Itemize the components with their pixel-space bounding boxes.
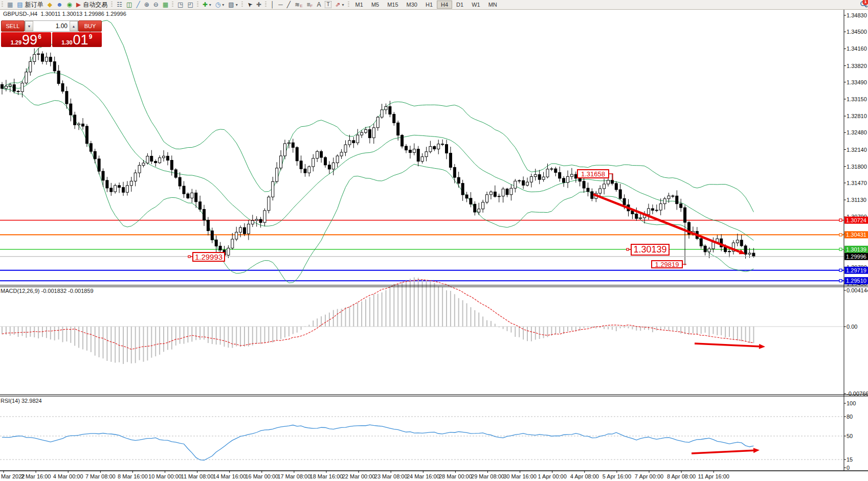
date-label: 7 Apr 00:00 xyxy=(635,473,663,479)
timeframe-m1[interactable]: M1 xyxy=(351,1,367,9)
svg-text:1.31800: 1.31800 xyxy=(847,164,867,170)
window-tile-icon[interactable]: ▦ xyxy=(5,1,15,9)
add-indicator-button[interactable]: ✚▾ xyxy=(201,1,213,9)
buy-price[interactable]: 1.30019 xyxy=(52,32,102,47)
horizontal-line-icon-glyph: ─ xyxy=(278,1,283,8)
timeframe-h1[interactable]: H1 xyxy=(421,1,437,9)
timeframe-m5[interactable]: M5 xyxy=(367,1,383,9)
toolbar-grip xyxy=(197,2,198,8)
svg-text:1.34160: 1.34160 xyxy=(847,45,867,52)
label-icon[interactable]: T xyxy=(323,1,333,9)
svg-text:100: 100 xyxy=(847,400,856,406)
one-click-trading-panel: SELL ▼ ▲ BUY 1.29996 1.30019 xyxy=(1,20,102,47)
line-chart-icon-glyph: ╱ xyxy=(136,1,140,8)
volume-increase-button[interactable]: ▲ xyxy=(70,21,78,31)
svg-text:1.33150: 1.33150 xyxy=(847,96,867,102)
new-order-glyph: ▤ xyxy=(17,1,23,8)
zoom-out-icon[interactable]: ⊖ xyxy=(151,1,161,9)
chart-canvas[interactable]: 1.348301.345001.341601.338201.334901.331… xyxy=(0,0,868,481)
svg-text:1.29510: 1.29510 xyxy=(846,278,866,284)
arrows-icon[interactable]: ⇗▾ xyxy=(333,1,346,9)
eraser-icon-glyph: ◆ xyxy=(48,1,52,8)
crosshair-icon-glyph: ✚ xyxy=(256,1,261,8)
volume-decrease-button[interactable]: ▼ xyxy=(25,21,33,31)
date-label: 4 Apr 08:00 xyxy=(570,473,599,479)
volume-input[interactable] xyxy=(33,21,70,31)
toolbar-grip xyxy=(172,2,173,8)
date-label: 2 Mar 16:00 xyxy=(21,473,51,479)
date-label: 11 Apr 16:00 xyxy=(698,473,729,479)
ohlc-values: 1.30011 1.30013 1.29986 1.29996 xyxy=(40,11,126,17)
svg-text:1.30724: 1.30724 xyxy=(846,217,866,223)
cursor-icon[interactable]: ➤ xyxy=(245,1,254,9)
periods-menu-button[interactable]: ◷▾ xyxy=(213,1,227,9)
svg-text:1.34830: 1.34830 xyxy=(847,12,867,18)
signal-icon-glyph: ◉ xyxy=(67,1,72,8)
date-label: 4 Mar 00:00 xyxy=(53,473,83,479)
zoom-in-icon-glyph: ⊕ xyxy=(144,1,149,8)
fibonacci-icon[interactable]: ≡F xyxy=(305,1,315,9)
date-label: 22 Mar 00:00 xyxy=(342,473,375,479)
date-label: 17 Mar 08:00 xyxy=(277,473,310,479)
sell-button[interactable]: SELL xyxy=(1,20,25,32)
zoom-in-icon[interactable]: ⊕ xyxy=(142,1,151,9)
line-chart-icon[interactable]: ╱ xyxy=(134,1,142,9)
vertical-line-icon-glyph: │ xyxy=(271,1,275,8)
date-label: 5 Apr 16:00 xyxy=(603,473,631,479)
timeframe-m15[interactable]: M15 xyxy=(383,1,402,9)
trendline-icon[interactable]: ╱ xyxy=(285,1,293,9)
horizontal-line-icon[interactable]: ─ xyxy=(276,1,285,9)
svg-text:0: 0 xyxy=(847,465,850,471)
chart-window[interactable]: 1.348301.345001.341601.338201.334901.331… xyxy=(0,0,868,481)
profile-icon[interactable]: ☻ xyxy=(54,1,65,9)
price-annotation-1-29993[interactable]: 1.29993 xyxy=(192,252,225,262)
toolbar-grip xyxy=(111,2,113,8)
new-order-button[interactable]: ▤新订单 xyxy=(15,1,45,9)
svg-text:1.32480: 1.32480 xyxy=(847,129,867,135)
macd-label: MACD(12,26,9) -0.001832 -0.001859 xyxy=(1,288,94,294)
timeframe-h4[interactable]: H4 xyxy=(437,1,452,9)
crosshair-icon[interactable]: ✚ xyxy=(254,1,263,9)
chart-shift-icon[interactable]: ◰ xyxy=(185,1,195,9)
rsi-label: RSI(14) 32.9824 xyxy=(1,398,42,404)
price-annotation-1-29819[interactable]: 1.29819 xyxy=(651,260,683,268)
channel-icon[interactable]: ≋E xyxy=(293,1,304,9)
toolbar-grip xyxy=(2,2,3,8)
notification-badge: 1 xyxy=(862,0,868,5)
window-tile-icon-glyph: ▦ xyxy=(7,1,13,8)
timeframe-mn[interactable]: MN xyxy=(484,1,501,9)
template-glyph: ▧ xyxy=(228,1,234,8)
bar-chart-icon-glyph: ☷ xyxy=(117,1,122,8)
tile-windows-icon[interactable]: ▦ xyxy=(161,1,170,9)
label-icon-glyph: T xyxy=(325,1,331,8)
svg-text:15: 15 xyxy=(847,456,853,463)
price-annotation-1-31658[interactable]: 1.31658 xyxy=(577,169,609,178)
signal-icon[interactable]: ◉ xyxy=(65,1,74,9)
date-label: 10 Mar 00:00 xyxy=(148,473,182,479)
date-label: 28 Mar 00:00 xyxy=(439,473,472,479)
cursor-icon-glyph: ➤ xyxy=(245,0,254,9)
timeframe-m30[interactable]: M30 xyxy=(403,1,421,9)
candlestick-chart-icon[interactable]: ◫ xyxy=(124,1,134,9)
buy-button[interactable]: BUY xyxy=(78,20,102,32)
periods-menu-glyph: ◷ xyxy=(215,1,220,8)
timeframe-d1[interactable]: D1 xyxy=(452,1,468,9)
autoscroll-icon[interactable]: ◳ xyxy=(175,1,185,9)
arrows-icon-glyph: ⇗ xyxy=(336,1,341,8)
vertical-line-icon[interactable]: │ xyxy=(269,1,277,9)
date-label: 7 Mar 08:00 xyxy=(85,473,116,479)
fibonacci-icon-glyph: ≡ xyxy=(307,1,310,8)
timeframe-w1[interactable]: W1 xyxy=(468,1,484,9)
autotrade-button[interactable]: ▶自动交易 xyxy=(74,1,109,9)
toolbar-grip xyxy=(241,2,243,8)
template-button[interactable]: ▧▾ xyxy=(226,1,239,9)
autoscroll-icon-glyph: ◳ xyxy=(177,1,183,8)
text-icon[interactable]: A xyxy=(315,1,323,9)
sell-price[interactable]: 1.29996 xyxy=(1,32,51,47)
bar-chart-icon[interactable]: ☷ xyxy=(115,1,124,9)
eraser-icon[interactable]: ◆ xyxy=(46,1,54,9)
svg-text:1.33490: 1.33490 xyxy=(847,79,867,85)
profile-icon-glyph: ☻ xyxy=(56,1,63,8)
date-label: 29 Mar 08:00 xyxy=(471,473,504,479)
price-annotation-1-30139[interactable]: 1.30139 xyxy=(631,244,670,256)
